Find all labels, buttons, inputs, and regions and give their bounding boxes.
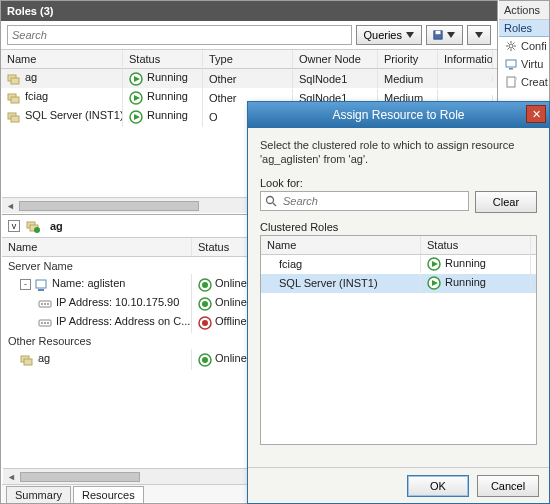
running-icon xyxy=(427,257,441,271)
resource-icon xyxy=(34,278,48,292)
dialog-footer: OK Cancel xyxy=(248,467,549,503)
dialog-message: Select the clustered role to which to as… xyxy=(260,138,537,167)
action-create[interactable]: Creat xyxy=(499,73,549,91)
new-icon xyxy=(505,76,517,88)
col-type[interactable]: Type xyxy=(203,50,293,68)
dialog-search-input[interactable] xyxy=(281,194,464,208)
roles-grid-header: Name Status Type Owner Node Priority Inf… xyxy=(1,50,497,69)
look-for-label: Look for: xyxy=(260,177,537,189)
queries-label: Queries xyxy=(363,29,402,41)
chevron-down-icon xyxy=(474,30,484,40)
more-button[interactable] xyxy=(467,25,491,45)
dialog-row[interactable]: SQL Server (INST1)Running xyxy=(261,274,536,293)
chevron-down-icon xyxy=(405,30,415,40)
table-row[interactable]: agRunningOtherSqlNode1Medium xyxy=(1,69,497,88)
dialog-body: Select the clustered role to which to as… xyxy=(248,128,549,467)
clustered-roles-list: Name Status fciagRunningSQL Server (INST… xyxy=(260,235,537,445)
col-name[interactable]: Name xyxy=(1,50,123,68)
status-icon xyxy=(198,278,212,292)
col-info[interactable]: Information xyxy=(438,50,493,68)
resource-icon xyxy=(38,297,52,311)
running-icon xyxy=(427,276,441,290)
status-icon xyxy=(198,297,212,311)
search-input[interactable] xyxy=(7,25,352,45)
tab-summary[interactable]: Summary xyxy=(6,486,71,503)
tab-resources[interactable]: Resources xyxy=(73,486,144,503)
dialog-row[interactable]: fciagRunning xyxy=(261,255,536,274)
col-owner[interactable]: Owner Node xyxy=(293,50,378,68)
col-priority[interactable]: Priority xyxy=(378,50,438,68)
action-virtual[interactable]: Virtu xyxy=(499,55,549,73)
save-icon xyxy=(433,30,443,40)
queries-button[interactable]: Queries xyxy=(356,25,422,45)
dlg-col-status[interactable]: Status xyxy=(421,236,531,254)
dialog-title: Assign Resource to Role xyxy=(332,108,464,122)
resource-icon xyxy=(20,353,34,367)
clear-button[interactable]: Clear xyxy=(475,191,537,213)
dialog-titlebar[interactable]: Assign Resource to Role ✕ xyxy=(248,102,549,128)
cancel-button[interactable]: Cancel xyxy=(477,475,539,497)
dialog-close-button[interactable]: ✕ xyxy=(526,105,546,123)
dialog-list-header: Name Status xyxy=(261,236,536,255)
actions-title: Actions xyxy=(499,1,549,20)
action-label: Virtu xyxy=(521,58,543,70)
role-icon xyxy=(26,219,40,233)
action-label: Creat xyxy=(521,76,548,88)
vm-icon xyxy=(505,58,517,70)
resource-icon xyxy=(38,316,52,330)
dcol-name[interactable]: Name xyxy=(2,238,192,256)
role-icon xyxy=(7,110,21,124)
gear-icon xyxy=(505,40,517,52)
running-icon xyxy=(129,91,143,105)
toolbar: Queries xyxy=(1,21,497,50)
role-icon xyxy=(7,72,21,86)
dcol-status[interactable]: Status xyxy=(192,238,252,256)
search-icon xyxy=(265,195,277,207)
ok-button[interactable]: OK xyxy=(407,475,469,497)
running-icon xyxy=(129,72,143,86)
pane-title: Roles (3) xyxy=(1,1,497,21)
assign-resource-dialog: Assign Resource to Role ✕ Select the clu… xyxy=(247,101,550,504)
status-icon xyxy=(198,353,212,367)
detail-title: ag xyxy=(50,220,63,232)
col-status[interactable]: Status xyxy=(123,50,203,68)
running-icon xyxy=(129,110,143,124)
collapse-button[interactable]: v xyxy=(8,220,20,232)
save-button[interactable] xyxy=(426,25,463,45)
expander[interactable]: - xyxy=(20,279,31,290)
role-icon xyxy=(7,91,21,105)
dlg-col-name[interactable]: Name xyxy=(261,236,421,254)
dialog-rows: fciagRunningSQL Server (INST1)Running xyxy=(261,255,536,293)
search-box xyxy=(7,25,352,45)
action-configure[interactable]: Confi xyxy=(499,37,549,55)
chevron-down-icon xyxy=(446,30,456,40)
action-label: Confi xyxy=(521,40,547,52)
close-icon: ✕ xyxy=(532,108,541,121)
clustered-roles-label: Clustered Roles xyxy=(260,221,537,233)
status-icon xyxy=(198,316,212,330)
dialog-search-box xyxy=(260,191,469,211)
actions-section: Roles xyxy=(499,20,549,37)
